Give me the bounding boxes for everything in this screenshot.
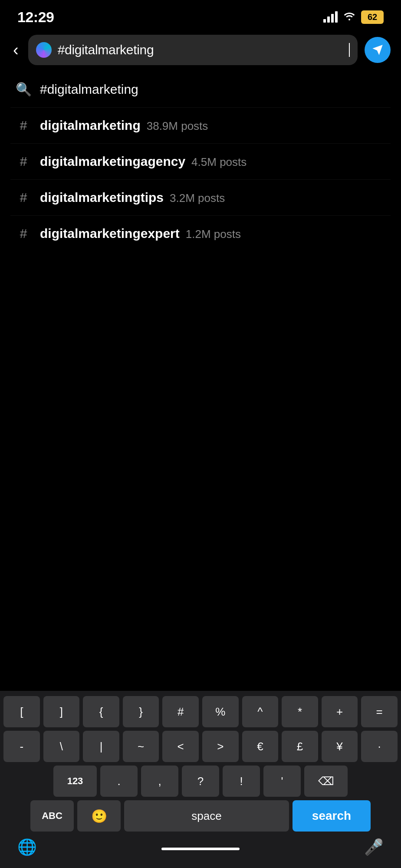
suggestion-text: #digitalmarketing [40, 82, 138, 97]
hashtag-name-1: digitalmarketingagency [40, 154, 185, 169]
key-pipe[interactable]: | [83, 731, 119, 762]
suggestion-item-0[interactable]: # digitalmarketing 38.9M posts [10, 108, 391, 144]
key-yen[interactable]: ¥ [322, 731, 358, 762]
key-close-brace[interactable]: } [123, 696, 159, 727]
hashtag-icon-0: # [16, 118, 31, 133]
suggestions-list: 🔍 #digitalmarketing # digitalmarketing 3… [0, 71, 401, 251]
key-emoji[interactable]: 🙂 [77, 800, 121, 832]
key-percent[interactable]: % [202, 696, 239, 727]
hashtag-count-1: 4.5M posts [191, 155, 247, 169]
search-input[interactable]: #digitalmarketing [58, 43, 342, 57]
suggestion-item-2[interactable]: # digitalmarketingtips 3.2M posts [10, 180, 391, 216]
key-tilde[interactable]: ~ [123, 731, 159, 762]
key-backslash[interactable]: \ [43, 731, 80, 762]
send-button[interactable] [365, 37, 391, 63]
hashtag-name-2: digitalmarketingtips [40, 190, 164, 205]
key-123[interactable]: 123 [53, 766, 97, 797]
key-delete[interactable]: ⌫ [304, 766, 348, 797]
battery-icon: 62 [361, 10, 384, 24]
key-middle-dot[interactable]: · [361, 731, 398, 762]
key-space[interactable]: space [124, 800, 289, 832]
suggestion-item-3[interactable]: # digitalmarketingexpert 1.2M posts [10, 216, 391, 251]
search-header: ‹ #digitalmarketing [0, 30, 401, 71]
app-logo [36, 42, 52, 58]
home-indicator [161, 848, 240, 850]
back-button[interactable]: ‹ [10, 42, 21, 58]
hashtag-count-0: 38.9M posts [147, 119, 208, 133]
wifi-icon [343, 11, 356, 23]
key-pound[interactable]: £ [282, 731, 318, 762]
key-close-bracket[interactable]: ] [43, 696, 80, 727]
microphone-icon[interactable]: 🎤 [364, 838, 384, 856]
key-minus[interactable]: - [3, 731, 40, 762]
status-bar: 12:29 62 [0, 0, 401, 30]
hashtag-icon-2: # [16, 190, 31, 205]
key-asterisk[interactable]: * [282, 696, 318, 727]
suggestion-item-1[interactable]: # digitalmarketingagency 4.5M posts [10, 144, 391, 180]
hashtag-row-2: digitalmarketingtips 3.2M posts [40, 190, 225, 205]
keyboard: [ ] { } # % ^ * + = - \ | ~ < > € £ ¥ · … [0, 691, 401, 868]
key-caret[interactable]: ^ [242, 696, 279, 727]
key-abc[interactable]: ABC [30, 800, 74, 832]
suggestion-item-search[interactable]: 🔍 #digitalmarketing [10, 71, 391, 108]
keyboard-row-1: [ ] { } # % ^ * + = [0, 694, 401, 729]
search-bar[interactable]: #digitalmarketing [28, 35, 358, 65]
key-equals[interactable]: = [361, 696, 398, 727]
hashtag-row-3: digitalmarketingexpert 1.2M posts [40, 226, 241, 241]
key-search[interactable]: search [293, 800, 371, 832]
signal-icon [323, 11, 338, 23]
keyboard-bottom: 🌐 🎤 [0, 833, 401, 868]
key-apostrophe[interactable]: ' [263, 766, 301, 797]
key-exclaim[interactable]: ! [223, 766, 260, 797]
search-icon: 🔍 [16, 82, 31, 97]
hashtag-row-1: digitalmarketingagency 4.5M posts [40, 154, 247, 169]
status-icons: 62 [323, 10, 384, 24]
keyboard-row-2: - \ | ~ < > € £ ¥ · [0, 729, 401, 764]
globe-icon[interactable]: 🌐 [17, 838, 37, 856]
key-greater-than[interactable]: > [202, 731, 239, 762]
key-period[interactable]: . [100, 766, 138, 797]
send-icon [371, 44, 384, 56]
hashtag-name-0: digitalmarketing [40, 118, 141, 133]
hashtag-row-0: digitalmarketing 38.9M posts [40, 118, 208, 133]
hashtag-icon-1: # [16, 154, 31, 169]
status-time: 12:29 [17, 9, 54, 26]
hashtag-count-2: 3.2M posts [170, 191, 225, 205]
hashtag-name-3: digitalmarketingexpert [40, 226, 180, 241]
key-question[interactable]: ? [182, 766, 219, 797]
hashtag-icon-3: # [16, 226, 31, 241]
key-plus[interactable]: + [322, 696, 358, 727]
key-less-than[interactable]: < [162, 731, 199, 762]
keyboard-row-4: ABC 🙂 space search [0, 799, 401, 833]
key-comma[interactable]: , [141, 766, 178, 797]
keyboard-row-3: 123 . , ? ! ' ⌫ [0, 764, 401, 799]
text-cursor [349, 43, 350, 57]
key-open-bracket[interactable]: [ [3, 696, 40, 727]
key-open-brace[interactable]: { [83, 696, 119, 727]
key-euro[interactable]: € [242, 731, 279, 762]
key-hash[interactable]: # [162, 696, 199, 727]
hashtag-count-3: 1.2M posts [186, 228, 241, 241]
